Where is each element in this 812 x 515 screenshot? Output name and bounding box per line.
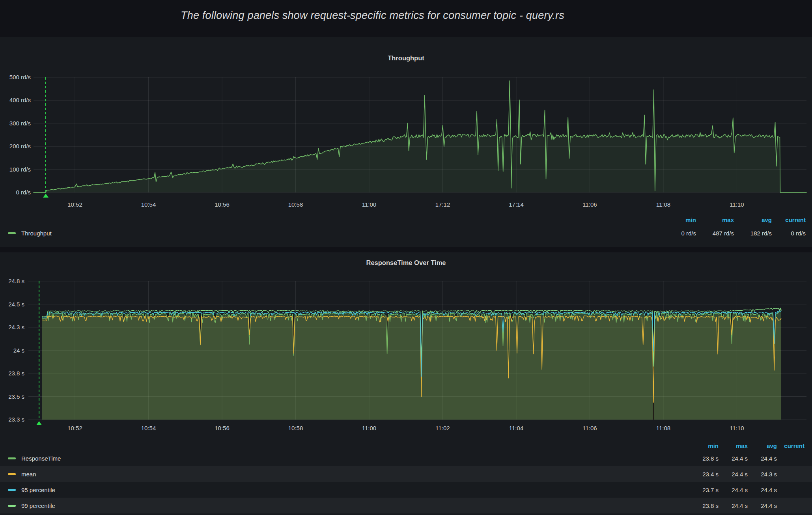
svg-text:23.8 s: 23.8 s xyxy=(8,370,24,377)
stat-avg: 24.4 s xyxy=(748,502,777,509)
svg-text:11:02: 11:02 xyxy=(435,425,450,431)
panel-throughput: Throughput 500 rd/s400 rd/s300 rd/s200 r… xyxy=(0,37,812,247)
stat-current: 0 rd/s xyxy=(772,230,806,237)
svg-text:10:56: 10:56 xyxy=(215,425,230,431)
svg-text:400 rd/s: 400 rd/s xyxy=(9,97,31,103)
throughput-series-swatch[interactable] xyxy=(8,232,16,234)
stat-min: 23.8 s xyxy=(689,455,719,462)
svg-text:11:08: 11:08 xyxy=(656,201,670,208)
responsetime-chart[interactable]: 24.8 s24.5 s24.3 s24 s23.8 s23.5 s23.3 s… xyxy=(0,252,812,435)
stat-min: 23.8 s xyxy=(689,502,719,509)
svg-text:11:00: 11:00 xyxy=(362,425,376,431)
legend-col-max[interactable]: max xyxy=(696,216,734,223)
responsetime-legend-header: min max avg current xyxy=(0,441,812,450)
stat-min: 0 rd/s xyxy=(658,230,696,237)
legend-row-responsetime[interactable]: ResponseTime 23.8 s 24.4 s 24.4 s xyxy=(0,450,812,466)
stat-max: 24.4 s xyxy=(719,487,748,493)
throughput-chart[interactable]: 500 rd/s400 rd/s300 rd/s200 rd/s100 rd/s… xyxy=(0,37,812,213)
svg-text:11:06: 11:06 xyxy=(582,425,597,431)
legend-col-min[interactable]: min xyxy=(689,442,719,449)
legend-col-current[interactable]: current xyxy=(777,442,805,449)
svg-text:23.5 s: 23.5 s xyxy=(8,393,24,400)
legend-label[interactable]: 95 percentile xyxy=(21,487,55,493)
legend-row-99-percentile[interactable]: 99 percentile 23.8 s 24.4 s 24.4 s xyxy=(0,498,812,513)
svg-text:10:58: 10:58 xyxy=(288,425,303,431)
svg-text:100 rd/s: 100 rd/s xyxy=(9,166,31,173)
throughput-legend-header: min max avg current xyxy=(0,215,812,224)
svg-text:10:56: 10:56 xyxy=(215,201,230,208)
svg-text:10:52: 10:52 xyxy=(67,425,82,431)
svg-text:24 s: 24 s xyxy=(13,347,24,354)
p99-series-swatch[interactable] xyxy=(8,505,16,507)
legend-col-avg[interactable]: avg xyxy=(734,216,772,223)
svg-text:200 rd/s: 200 rd/s xyxy=(9,143,31,149)
stat-avg: 24.3 s xyxy=(748,471,777,478)
svg-text:11:10: 11:10 xyxy=(730,201,744,208)
legend-row-mean[interactable]: mean 23.4 s 24.4 s 24.3 s xyxy=(0,466,812,482)
stat-avg: 24.4 s xyxy=(748,455,777,462)
svg-text:11:00: 11:00 xyxy=(362,201,376,208)
legend-row-throughput[interactable]: Throughput 0 rd/s 487 rd/s 182 rd/s 0 rd… xyxy=(0,225,812,241)
svg-text:10:52: 10:52 xyxy=(67,201,82,208)
svg-text:10:54: 10:54 xyxy=(141,201,156,208)
stat-max: 24.4 s xyxy=(719,471,748,478)
svg-text:24.8 s: 24.8 s xyxy=(8,278,24,284)
svg-text:10:54: 10:54 xyxy=(141,425,156,431)
svg-text:500 rd/s: 500 rd/s xyxy=(9,74,31,80)
dashboard-note-title: The following panels show request-specif… xyxy=(0,9,745,22)
svg-text:0 rd/s: 0 rd/s xyxy=(16,189,31,196)
svg-text:11:04: 11:04 xyxy=(509,425,523,431)
legend-col-max[interactable]: max xyxy=(719,442,748,449)
mean-series-swatch[interactable] xyxy=(8,473,16,475)
svg-text:10:58: 10:58 xyxy=(288,201,303,208)
svg-text:11:10: 11:10 xyxy=(730,425,744,431)
legend-label[interactable]: Throughput xyxy=(21,230,52,237)
svg-text:300 rd/s: 300 rd/s xyxy=(9,120,31,127)
stat-min: 23.7 s xyxy=(689,487,719,493)
legend-col-avg[interactable]: avg xyxy=(748,442,777,449)
legend-label[interactable]: mean xyxy=(21,471,36,478)
p95-series-swatch[interactable] xyxy=(8,489,16,491)
legend-col-current[interactable]: current xyxy=(772,216,806,223)
svg-text:17:12: 17:12 xyxy=(435,201,450,208)
svg-text:17:14: 17:14 xyxy=(509,201,524,208)
stat-avg: 182 rd/s xyxy=(734,230,772,237)
svg-text:11:08: 11:08 xyxy=(656,425,670,431)
legend-label[interactable]: 99 percentile xyxy=(21,502,55,509)
legend-col-min[interactable]: min xyxy=(658,216,696,223)
stat-avg: 24.4 s xyxy=(748,487,777,493)
svg-text:24.5 s: 24.5 s xyxy=(8,301,24,308)
svg-text:24.3 s: 24.3 s xyxy=(8,324,24,330)
panel-responsetime: ResponseTime Over Time 24.8 s24.5 s24.3 … xyxy=(0,252,812,515)
svg-text:23.3 s: 23.3 s xyxy=(8,416,24,423)
stat-max: 487 rd/s xyxy=(696,230,734,237)
legend-row-95-percentile[interactable]: 95 percentile 23.7 s 24.4 s 24.4 s xyxy=(0,482,812,498)
responsetime-series-swatch[interactable] xyxy=(8,457,16,459)
dashboard-text-panel: The following panels show request-specif… xyxy=(0,0,812,35)
stat-min: 23.4 s xyxy=(689,471,719,478)
svg-text:11:06: 11:06 xyxy=(582,201,597,208)
stat-max: 24.4 s xyxy=(719,455,748,462)
stat-max: 24.4 s xyxy=(719,502,748,509)
legend-label[interactable]: ResponseTime xyxy=(21,455,61,462)
